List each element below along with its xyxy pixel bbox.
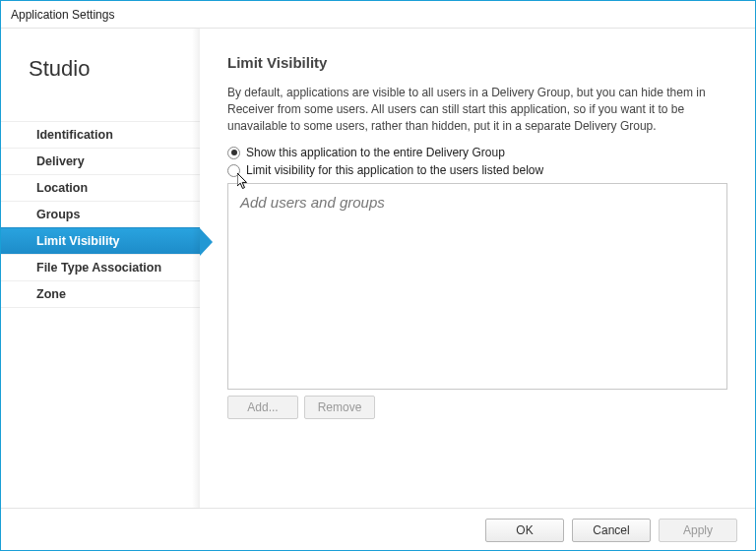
- users-groups-listbox[interactable]: Add users and groups: [227, 183, 727, 390]
- add-button[interactable]: Add...: [227, 396, 298, 419]
- description-text: By default, applications are visible to …: [227, 85, 727, 134]
- listbox-placeholder: Add users and groups: [240, 194, 385, 211]
- window-title: Application Settings: [1, 1, 755, 29]
- nav-item-limit-visibility[interactable]: Limit Visibility: [1, 227, 200, 254]
- nav-item-label: Limit Visibility: [36, 234, 120, 248]
- nav-item-label: Zone: [36, 287, 66, 301]
- nav-item-delivery[interactable]: Delivery: [1, 148, 200, 174]
- dialog-footer: OK Cancel Apply: [1, 508, 755, 551]
- nav-item-identification[interactable]: Identification: [1, 121, 200, 148]
- radio-icon: [227, 164, 240, 177]
- radio-option-all[interactable]: Show this application to the entire Deli…: [227, 146, 727, 159]
- content-area: Studio Identification Delivery Location …: [1, 29, 755, 508]
- ok-button[interactable]: OK: [485, 519, 564, 542]
- radio-icon: [227, 147, 240, 159]
- cancel-button[interactable]: Cancel: [572, 519, 651, 542]
- main-panel: Limit Visibility By default, application…: [200, 29, 755, 508]
- sidebar: Studio Identification Delivery Location …: [1, 29, 200, 508]
- nav-list: Identification Delivery Location Groups …: [1, 121, 200, 308]
- brand-label: Studio: [1, 56, 200, 121]
- nav-item-label: Location: [36, 181, 88, 195]
- nav-item-label: Identification: [36, 128, 113, 142]
- remove-button[interactable]: Remove: [304, 396, 375, 419]
- apply-button[interactable]: Apply: [659, 519, 737, 542]
- nav-item-groups[interactable]: Groups: [1, 201, 200, 227]
- nav-item-file-type-association[interactable]: File Type Association: [1, 254, 200, 280]
- list-buttons: Add... Remove: [227, 396, 727, 419]
- nav-item-zone[interactable]: Zone: [1, 280, 200, 308]
- radio-label: Limit visibility for this application to…: [246, 163, 543, 177]
- nav-item-label: Delivery: [36, 154, 85, 168]
- nav-item-location[interactable]: Location: [1, 174, 200, 201]
- page-heading: Limit Visibility: [227, 54, 727, 71]
- radio-label: Show this application to the entire Deli…: [246, 146, 505, 159]
- nav-item-label: Groups: [36, 208, 80, 221]
- radio-option-limit[interactable]: Limit visibility for this application to…: [227, 163, 727, 177]
- nav-item-label: File Type Association: [36, 261, 161, 275]
